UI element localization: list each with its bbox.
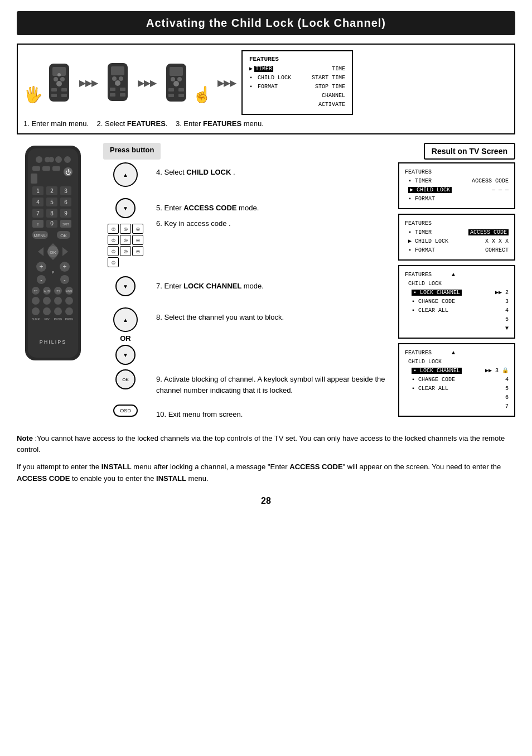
- remote-diagram-1: [45, 62, 74, 103]
- down-button-7[interactable]: ▼: [115, 276, 136, 296]
- steps-list: ▲ 4. Select CHILD LOCK . ▼ ◎ ◎: [103, 162, 393, 425]
- svg-text:0: 0: [50, 220, 54, 227]
- osd-button[interactable]: OSD: [113, 405, 138, 417]
- page-number: 28: [17, 496, 515, 506]
- numpad-key-7[interactable]: ◎: [108, 246, 119, 256]
- tv3-changecode: ▪ CHANGE CODE 3: [405, 297, 509, 306]
- svg-text:4: 4: [36, 199, 40, 205]
- svg-rect-26: [168, 94, 174, 97]
- features-menu-title: FEATURES: [249, 56, 345, 62]
- step-10-buttons: OSD: [103, 405, 148, 420]
- svg-text:MENU: MENU: [33, 233, 47, 238]
- svg-text:PROG: PROG: [65, 317, 74, 321]
- tv-screens-column: FEATURES ▪ TIMER ACCESS CODE ▶ CHILD LOC…: [398, 162, 515, 425]
- tv3-title: FEATURES ▲: [405, 271, 509, 280]
- svg-rect-16: [120, 88, 125, 91]
- left-remote-diagram: ⏻ 1 2 3 4 5 6 7 8 9: [17, 143, 95, 425]
- svg-rect-8: [61, 94, 67, 97]
- step-10-text: 10. Exit menu from screen.: [156, 405, 393, 420]
- svg-point-22: [177, 77, 182, 81]
- numpad-key-8[interactable]: ◎: [120, 246, 131, 256]
- svg-text:5: 5: [50, 199, 54, 205]
- numpad-key-2[interactable]: ◎: [120, 224, 131, 234]
- tv2-childlock: ▶ CHILD LOCK X X X X: [405, 237, 509, 246]
- step-5-6-row: ▼ ◎ ◎ ◎ ◎ ◎ ◎ ◎ ◎ ◎: [103, 198, 393, 267]
- svg-point-9: [57, 73, 61, 76]
- tv-screen-2: FEATURES ▪ TIMER ACCESS CODE ▶ CHILD LOC…: [398, 214, 515, 261]
- up-button-8[interactable]: ▲: [113, 307, 138, 332]
- svg-point-97: [43, 307, 51, 315]
- svg-text:ITS: ITS: [56, 290, 60, 293]
- svg-point-13: [119, 76, 123, 81]
- up-button[interactable]: ▲: [113, 162, 138, 187]
- numpad-key-6[interactable]: ◎: [132, 235, 143, 245]
- svg-text:OK: OK: [60, 233, 67, 238]
- features-menu-item-childlock: ▪ CHILD LOCK START TIME: [249, 74, 345, 83]
- page-title: Activating the Child Lock (Lock Channel): [17, 11, 515, 35]
- main-content: ⏻ 1 2 3 4 5 6 7 8 9: [17, 143, 515, 425]
- svg-point-99: [65, 307, 73, 315]
- remote-diagram-2: [103, 62, 132, 104]
- step-7-buttons: ▼: [103, 276, 148, 296]
- result-on-tv-label: Result on TV Screen: [424, 143, 515, 160]
- numpad-key-10[interactable]: ◎: [108, 257, 119, 267]
- down-button-8[interactable]: ▼: [115, 345, 136, 365]
- numpad: ◎ ◎ ◎ ◎ ◎ ◎ ◎ ◎ ◎ ◎: [108, 224, 143, 267]
- features-menu-item-activate: ACTIVATE: [249, 100, 345, 109]
- features-menu-top: FEATURES ▶TIMER TIME ▪ CHILD LOCK START …: [241, 50, 353, 115]
- step-4-row: ▲ 4. Select CHILD LOCK .: [103, 162, 393, 187]
- steps-and-screens: ▲ 4. Select CHILD LOCK . ▼ ◎ ◎: [103, 162, 515, 425]
- tv1-title: FEATURES: [405, 168, 509, 177]
- tv2-title: FEATURES: [405, 219, 509, 228]
- step-8-text: 8. Select the channel you want to block.: [156, 307, 393, 323]
- svg-rect-20: [170, 67, 183, 76]
- svg-point-12: [112, 76, 117, 81]
- svg-point-33: [49, 157, 54, 162]
- svg-rect-24: [168, 88, 174, 92]
- svg-point-93: [43, 297, 51, 305]
- tv1-format: ▪ FORMAT: [405, 195, 509, 204]
- numpad-key-3[interactable]: ◎: [132, 224, 143, 234]
- svg-rect-40: [31, 174, 37, 184]
- svg-point-30: [36, 156, 42, 163]
- press-button-label: Press button: [103, 143, 161, 160]
- tv4-title: FEATURES ▲: [405, 349, 509, 358]
- svg-rect-18: [120, 93, 125, 97]
- step-4-text: 4. Select CHILD LOCK .: [156, 162, 393, 187]
- tv4-lockchannel: ▪ LOCK CHANNEL▶▶ 3 🔒: [405, 367, 509, 375]
- svg-point-92: [32, 297, 40, 305]
- step-5-6-text: 5. Enter ACCESS CODE mode. 6. Key in acc…: [156, 198, 393, 267]
- svg-text:+: +: [39, 263, 43, 271]
- top-instructions-text: 1. Enter main menu. 2. Select FEATURES. …: [23, 119, 509, 128]
- svg-point-4: [56, 81, 62, 86]
- features-menu-item-timer: ▶TIMER TIME: [249, 65, 345, 74]
- tv1-childlock: ▶ CHILD LOCK — — —: [405, 186, 509, 195]
- features-menu-item-format: ▪ FORMAT STOP TIME: [249, 83, 345, 92]
- svg-point-21: [171, 77, 175, 81]
- svg-point-34: [64, 156, 71, 163]
- svg-rect-5: [51, 88, 57, 92]
- tv2-timer: ▪ TIMER ACCESS CODE: [405, 228, 509, 237]
- numpad-key-1[interactable]: ◎: [108, 224, 119, 234]
- svg-text:FAV: FAV: [44, 317, 50, 321]
- numpad-container: ◎ ◎ ◎ ◎ ◎ ◎ ◎ ◎ ◎ ◎: [108, 224, 143, 267]
- numpad-key-4[interactable]: ◎: [108, 235, 119, 245]
- svg-rect-38: [42, 166, 50, 171]
- svg-rect-15: [110, 88, 115, 91]
- svg-text:9: 9: [64, 210, 67, 216]
- numpad-key-5[interactable]: ◎: [120, 235, 131, 245]
- step-7-row: ▼ 7. Enter LOCK CHANNEL mode.: [103, 276, 393, 296]
- tv4-subtitle: CHILD LOCK: [405, 358, 509, 367]
- numpad-key-9[interactable]: ◎: [132, 246, 143, 256]
- svg-text:PROG: PROG: [54, 317, 62, 321]
- remote-hand-1: 🖐: [23, 62, 74, 103]
- top-instruction-section: 🖐 ▶▶▶: [17, 44, 515, 134]
- step-7-text: 7. Enter LOCK CHANNEL mode.: [156, 276, 393, 296]
- bottom-notes: Note :You cannot have access to the lock…: [17, 433, 515, 485]
- features-menu-item-channel: CHANNEL: [249, 92, 345, 100]
- tv-screen-4: FEATURES ▲ CHILD LOCK ▪ LOCK CHANNEL▶▶ 3…: [398, 343, 515, 417]
- arrow-2: ▶▶▶: [138, 78, 156, 88]
- ok-button-9[interactable]: OK: [115, 369, 136, 389]
- svg-point-31: [55, 156, 62, 163]
- down-button-5[interactable]: ▼: [115, 198, 136, 218]
